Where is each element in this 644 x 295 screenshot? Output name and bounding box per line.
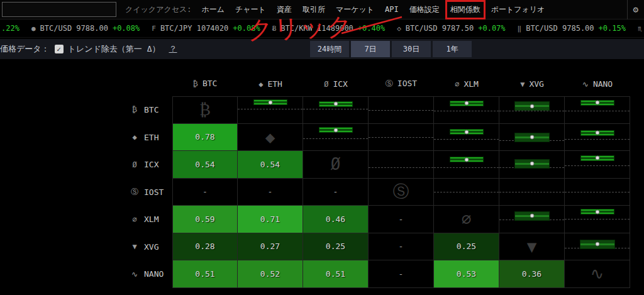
ticker-item[interactable]: ♏BTC/EUR 9031.20+0.10% bbox=[638, 24, 644, 33]
ticker-item[interactable]: ‖BTC/USD 9785.00+0.15% bbox=[518, 24, 626, 33]
col-header-label: ETH bbox=[267, 79, 282, 89]
nano-coin-icon: ∿ bbox=[582, 80, 589, 89]
matrix-cell-BTC-NANO bbox=[565, 96, 630, 124]
matrix-cell-IOST-ICX: - bbox=[303, 179, 369, 206]
matrix-cell-ICX-XLM bbox=[434, 151, 499, 179]
search-input[interactable] bbox=[2, 2, 116, 17]
matrix-cell-XVG-XLM: 0.25 bbox=[434, 233, 499, 261]
ticker-partial-change: .22% bbox=[1, 24, 19, 33]
correlation-value: 0.51 bbox=[195, 269, 214, 279]
matrix-cell-NANO-ETH: 0.52 bbox=[238, 260, 303, 288]
matrix-cell-XLM-XVG bbox=[499, 206, 565, 233]
icx-coin-icon: Ø bbox=[324, 80, 328, 89]
correlation-value: 0.59 bbox=[195, 214, 214, 224]
zero-dashed-line bbox=[238, 109, 303, 109]
period-button-30日[interactable]: 30日 bbox=[392, 41, 431, 57]
matrix-cell-ICX-ICX: Ø bbox=[303, 151, 369, 179]
nav-item-API[interactable]: API bbox=[385, 5, 399, 14]
correlation-value: 0.36 bbox=[522, 269, 541, 279]
matrix-cell-BTC-XLM bbox=[434, 96, 499, 124]
col-header-label: ICX bbox=[333, 79, 347, 89]
correlation-value: - bbox=[399, 269, 404, 279]
matrix-col-header-XVG: ▼XVG bbox=[499, 79, 565, 89]
ticker-item[interactable]: ◇BTC/USD 9787.50+0.07% bbox=[397, 24, 505, 33]
nav-item-マーケット[interactable]: マーケット bbox=[336, 4, 374, 15]
ticker-item[interactable]: ɃBTC/KRW 11489000+0.40% bbox=[272, 24, 386, 33]
matrix-cell-XLM-NANO bbox=[565, 206, 630, 233]
matrix-cell-BTC-ETH bbox=[238, 96, 303, 124]
bithumb-icon: Ƀ bbox=[272, 25, 277, 33]
matrix-cell-ICX-NANO bbox=[565, 151, 630, 179]
matrix-cell-IOST-NANO bbox=[565, 179, 630, 206]
matrix-col-header-XLM: ∅XLM bbox=[434, 79, 499, 89]
zero-dashed-line bbox=[499, 192, 564, 192]
matrix-row-IOST: ⓈIOST---Ⓢ bbox=[126, 179, 630, 206]
matrix-row-NANO: ∿NANO0.510.520.51-0.530.36∿ bbox=[126, 260, 630, 288]
matrix-cell-ETH-ICX bbox=[303, 124, 369, 152]
row-header-label: ICX bbox=[144, 160, 158, 169]
nav-item-資産[interactable]: 資産 bbox=[277, 4, 292, 15]
correlation-value: 0.46 bbox=[326, 214, 345, 224]
matrix-cell-NANO-XVG: 0.36 bbox=[499, 260, 565, 288]
nav-item-相関係数[interactable]: 相関係数 bbox=[450, 4, 480, 15]
matrix-cell-XVG-ETH: 0.27 bbox=[238, 233, 303, 261]
matrix-cell-XVG-XVG: ▼ bbox=[499, 233, 565, 261]
icx-coin-icon: Ø bbox=[130, 160, 140, 169]
matrix-cell-XLM-BTC: 0.59 bbox=[172, 206, 238, 233]
correlation-range-bar bbox=[580, 130, 614, 136]
btc-coin-icon: ₿ bbox=[130, 105, 140, 114]
correlation-value: 0.52 bbox=[260, 269, 280, 279]
period-button-1年[interactable]: 1年 bbox=[433, 41, 472, 57]
row-header-label: XLM bbox=[144, 214, 158, 224]
matrix-cell-NANO-BTC: 0.51 bbox=[172, 260, 238, 288]
matrix-cell-NANO-NANO: ∿ bbox=[565, 260, 630, 288]
xvg-coin-icon: ▼ bbox=[520, 80, 525, 89]
matrix-cell-XVG-NANO bbox=[565, 233, 630, 261]
correlation-range-bar bbox=[514, 133, 550, 142]
correlation-range-bar bbox=[319, 101, 353, 107]
correlation-value: 0.51 bbox=[326, 269, 345, 279]
matrix-cell-BTC-ICX bbox=[303, 96, 369, 124]
correlation-value: - bbox=[399, 242, 404, 251]
row-header-label: BTC bbox=[144, 105, 158, 114]
iost-diagonal-icon: Ⓢ bbox=[393, 181, 409, 203]
nav-item-ホーム[interactable]: ホーム bbox=[201, 4, 225, 15]
correlation-range-bar bbox=[514, 101, 550, 111]
nav-item-価格設定[interactable]: 価格設定 bbox=[409, 4, 440, 15]
zero-dashed-line bbox=[565, 139, 630, 140]
nav-item-取引所[interactable]: 取引所 bbox=[303, 4, 325, 15]
correlation-range-bar bbox=[253, 99, 287, 105]
nav-item-チャート[interactable]: チャート bbox=[235, 4, 266, 15]
correlation-range-bar bbox=[514, 211, 550, 221]
gear-icon[interactable]: ⚙ bbox=[633, 4, 638, 14]
matrix-row-label-XLM: ∅XLM bbox=[126, 206, 172, 233]
matrix-cell-ETH-ETH: ◆ bbox=[238, 124, 303, 152]
eth-coin-icon: ◆ bbox=[130, 133, 140, 142]
matrix-col-header-ETH: ◆ETH bbox=[238, 79, 303, 89]
ticker-item[interactable]: FBTC/JPY 1074020+0.08% bbox=[152, 24, 260, 33]
ticker-change: +0.08% bbox=[233, 24, 260, 33]
bitstamp-icon: ● bbox=[31, 25, 36, 33]
matrix-cell-XLM-ETH: 0.71 bbox=[238, 206, 303, 233]
help-link[interactable]: ？ bbox=[169, 43, 177, 55]
ticker-pair-price: BTC/USD 9788.00 bbox=[40, 24, 108, 33]
col-header-label: XLM bbox=[464, 79, 478, 89]
matrix-cell-XLM-IOST: - bbox=[369, 206, 434, 233]
matrix-row-label-ETH: ◆ETH bbox=[126, 124, 172, 152]
matrix-row-ICX: ØICX0.540.54Ø bbox=[126, 151, 630, 179]
nav-item-ポートフォリオ[interactable]: ポートフォリオ bbox=[491, 4, 545, 15]
controls-bar: 価格データ： ✓ トレンド除去（第一 Δ） ？ 24時間7日30日1年 bbox=[0, 39, 644, 59]
ticker-pair-price: BTC/USD 9787.50 bbox=[406, 24, 474, 33]
matrix-cell-ICX-ETH: 0.54 bbox=[238, 151, 303, 179]
price-data-label: 価格データ： bbox=[0, 43, 50, 55]
period-button-24時間[interactable]: 24時間 bbox=[310, 41, 349, 57]
matrix-cell-BTC-IOST bbox=[369, 96, 434, 124]
detrend-checkbox[interactable]: ✓ bbox=[55, 45, 64, 53]
col-header-label: BTC bbox=[203, 79, 217, 88]
zero-dashed-line bbox=[369, 137, 433, 138]
matrix-header-row: ₿BTC◆ETHØICXⓈIOST∅XLM▼XVG∿NANO bbox=[126, 71, 630, 96]
ticker-item[interactable]: ●BTC/USD 9788.00+0.08% bbox=[31, 24, 140, 33]
zero-dashed-line bbox=[434, 111, 499, 111]
period-button-7日[interactable]: 7日 bbox=[351, 41, 390, 57]
correlation-range-bar bbox=[514, 159, 550, 169]
